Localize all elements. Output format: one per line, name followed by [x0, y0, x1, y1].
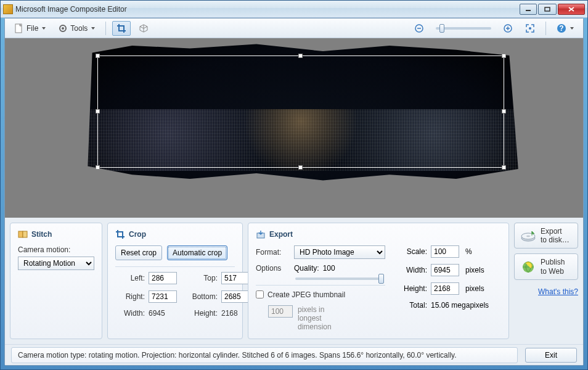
slider-thumb[interactable]	[439, 24, 444, 33]
px-unit: pixels	[465, 266, 501, 274]
right-label: Right:	[115, 292, 145, 301]
zoom-slider[interactable]	[436, 27, 491, 30]
height-label: Height:	[183, 309, 218, 318]
left-label: Left:	[115, 274, 145, 282]
top-label: Top:	[183, 274, 218, 282]
zoom-out-button[interactable]	[410, 21, 428, 36]
maximize-button[interactable]	[538, 4, 557, 15]
slider-thumb[interactable]	[378, 274, 384, 284]
cube-tool-button[interactable]	[134, 21, 153, 36]
divider	[256, 285, 385, 286]
export-disk-line2: to disk…	[541, 236, 570, 244]
help-icon: ?	[557, 23, 566, 33]
export-title: Export	[256, 229, 501, 239]
file-menu[interactable]: File	[10, 21, 50, 36]
status-bar: Camera motion type: rotating motion. Pro…	[5, 344, 583, 365]
stitch-panel: Stitch Camera motion: Rotating Motion	[10, 223, 102, 340]
px-unit: pixels	[465, 284, 501, 293]
publish-to-web-button[interactable]: Publishto Web	[514, 253, 578, 280]
zoom-out-icon	[414, 23, 424, 33]
svg-rect-1	[545, 7, 550, 11]
stitch-title: Stitch	[18, 229, 94, 239]
export-title-text: Export	[269, 230, 293, 239]
export-width-label: Width:	[396, 266, 427, 274]
format-label: Format:	[256, 248, 290, 257]
crop-title-text: Crop	[129, 230, 146, 239]
crop-tool-button[interactable]	[112, 21, 131, 36]
svg-rect-0	[526, 10, 531, 11]
app-icon	[3, 4, 13, 14]
exit-button[interactable]: Exit	[525, 348, 577, 363]
left-input[interactable]	[149, 272, 177, 284]
file-icon	[14, 23, 24, 33]
camera-motion-label: Camera motion:	[18, 245, 94, 254]
client-area: File Tools ?	[4, 18, 584, 366]
canvas-area[interactable]	[5, 38, 583, 218]
publish-line1: Publish	[541, 258, 565, 266]
separator	[545, 22, 546, 35]
svg-point-4	[62, 27, 64, 30]
publish-icon	[520, 260, 537, 274]
stitch-title-text: Stitch	[31, 230, 52, 239]
toolbar: File Tools ?	[5, 18, 583, 38]
top-input[interactable]	[221, 272, 250, 284]
cube-icon	[139, 23, 149, 33]
crop-icon	[116, 23, 126, 33]
minimize-button[interactable]	[520, 4, 537, 15]
title-bar: Microsoft Image Composite Editor	[1, 1, 587, 18]
scale-input[interactable]	[431, 245, 459, 258]
thumb-desc: pixels in longest dimension	[298, 305, 347, 331]
panorama-image	[79, 109, 523, 171]
bottom-label: Bottom:	[183, 292, 218, 301]
svg-text:?: ?	[559, 24, 563, 33]
caret-icon	[570, 27, 574, 30]
crop-width-value: 6945	[149, 309, 179, 318]
tools-label: Tools	[70, 24, 88, 33]
panorama-preview	[97, 44, 504, 180]
window-title: Microsoft Image Composite Editor	[15, 5, 518, 14]
reset-crop-button[interactable]: Reset crop	[115, 245, 162, 260]
separator	[105, 22, 106, 35]
svg-point-15	[526, 236, 530, 237]
export-width-input[interactable]	[431, 264, 459, 276]
caret-icon	[91, 27, 95, 30]
whats-this-link[interactable]: What's this?	[514, 287, 578, 296]
export-icon	[256, 229, 266, 239]
zoom-in-icon	[503, 23, 513, 33]
quality-label: Quality:	[294, 264, 319, 273]
file-label: File	[27, 24, 38, 33]
help-menu[interactable]: ?	[552, 21, 578, 36]
svg-point-7	[529, 27, 531, 30]
divider	[115, 266, 235, 267]
close-button[interactable]	[558, 4, 585, 15]
right-input[interactable]	[149, 290, 177, 303]
quality-slider[interactable]	[295, 278, 384, 280]
caret-icon	[42, 27, 46, 30]
total-value: 15.06 megapixels	[431, 301, 501, 310]
tools-menu[interactable]: Tools	[54, 21, 99, 36]
jpeg-thumb-label: Create JPEG thumbnail	[267, 290, 345, 299]
crop-title: Crop	[115, 229, 235, 239]
thumb-size-input	[268, 305, 293, 318]
automatic-crop-button[interactable]: Automatic crop	[167, 245, 227, 260]
jpeg-thumb-checkbox[interactable]: Create JPEG thumbnail	[256, 290, 345, 299]
width-label: Width:	[115, 309, 145, 318]
zoom-in-button[interactable]	[499, 21, 517, 36]
export-height-label: Height:	[396, 284, 427, 293]
bottom-input[interactable]	[221, 290, 250, 303]
jpeg-thumb-check[interactable]	[256, 290, 264, 298]
crop-icon	[115, 229, 125, 239]
camera-motion-select[interactable]: Rotating Motion	[18, 257, 94, 270]
fit-button[interactable]	[521, 21, 539, 36]
export-height-input[interactable]	[431, 282, 459, 295]
quality-value: 100	[323, 264, 335, 273]
publish-line2: to Web	[541, 267, 564, 276]
fit-icon	[525, 23, 535, 33]
export-to-disk-button[interactable]: Exportto disk…	[514, 223, 578, 249]
status-message: Camera motion type: rotating motion. Pro…	[11, 347, 518, 363]
scale-label: Scale:	[396, 247, 427, 256]
export-disk-line1: Export	[541, 227, 562, 236]
format-select[interactable]: HD Photo Image	[294, 245, 385, 259]
export-panel: Export Format: HD Photo Image Options Qu…	[248, 223, 509, 340]
crop-panel: Crop Reset crop Automatic crop Left: Top…	[107, 223, 243, 340]
